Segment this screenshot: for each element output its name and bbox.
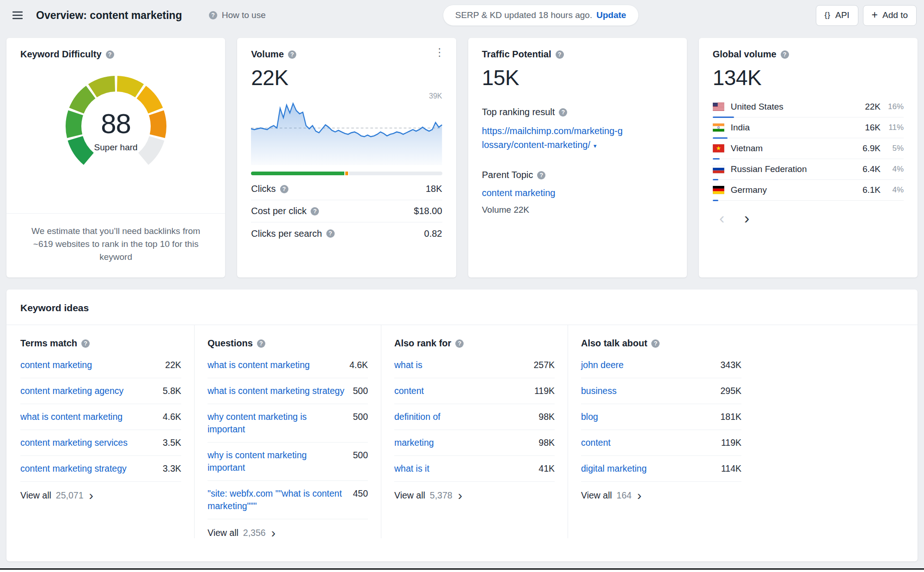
keyword-volume: 4.6K <box>349 359 368 371</box>
keyword-link[interactable]: john deere <box>581 359 624 371</box>
kd-gauge: 88 Super hard <box>56 72 176 170</box>
keyword-row: content marketing services3.5K <box>20 430 181 456</box>
keyword-volume: 343K <box>720 359 741 371</box>
help-icon[interactable]: ? <box>556 50 564 59</box>
clicks-distribution-bar <box>251 172 442 175</box>
country-percent: 4% <box>881 165 904 174</box>
help-icon[interactable]: ? <box>280 185 288 193</box>
view-all-label: View all <box>20 490 51 501</box>
parent-topic-link[interactable]: content marketing <box>482 188 556 198</box>
help-icon[interactable]: ? <box>311 207 319 215</box>
view-all-also-rank-for[interactable]: View all 5,378 › <box>394 490 555 501</box>
api-button[interactable]: {} API <box>816 5 858 26</box>
keyword-link[interactable]: "site: webfx.com ""what is content marke… <box>208 487 342 512</box>
keyword-link[interactable]: digital marketing <box>581 462 647 475</box>
keyword-link[interactable]: content <box>394 385 424 397</box>
question-icon: ? <box>209 11 217 19</box>
keyword-link[interactable]: content marketing services <box>20 437 128 449</box>
keyword-link[interactable]: why content marketing is important <box>208 411 307 436</box>
help-icon[interactable]: ? <box>288 50 296 59</box>
keyword-row: content marketing strategy3.3K <box>20 456 181 482</box>
metric-row-clicks-per-search: Clicks per search? 0.82 <box>251 222 442 245</box>
keyword-link[interactable]: what is content marketing strategy <box>208 385 344 397</box>
country-volume: 16K <box>855 123 881 133</box>
keywords-overview-page: Overview: content marketing ? How to use… <box>0 0 924 561</box>
keyword-row: what is content marketing strategy500 <box>208 378 368 404</box>
keyword-volume: 295K <box>720 385 741 397</box>
keyword-link[interactable]: content marketing agency <box>20 385 123 397</box>
view-all-count: 5,378 <box>430 490 453 501</box>
keyword-row: what is257K <box>394 352 555 378</box>
help-icon[interactable]: ? <box>326 229 335 238</box>
keyword-link[interactable]: marketing <box>394 437 434 449</box>
top-ranking-url-link[interactable]: https://mailchimp.com/marketing-g lossar… <box>482 124 673 153</box>
keyword-volume: 4.6K <box>163 411 181 423</box>
help-icon[interactable]: ? <box>455 339 464 348</box>
country-share-bar <box>713 200 718 201</box>
menu-icon[interactable] <box>10 8 25 23</box>
update-button[interactable]: Update <box>596 10 626 20</box>
help-icon[interactable]: ? <box>559 108 567 117</box>
keyword-row: what is content marketing4.6K <box>208 352 368 378</box>
keyword-volume: 181K <box>720 411 741 423</box>
column-title: Also rank for <box>394 338 451 349</box>
keyword-volume: 500 <box>353 449 368 461</box>
metric-value: 18K <box>426 184 442 194</box>
help-icon[interactable]: ? <box>781 50 789 59</box>
chevron-right-icon: › <box>637 492 641 500</box>
parent-topic-volume: Volume 22K <box>482 205 673 215</box>
keyword-volume: 500 <box>353 411 368 423</box>
flag-india-icon <box>713 123 724 132</box>
keyword-volume: 119K <box>534 385 555 397</box>
braces-icon: {} <box>825 11 831 20</box>
keyword-link[interactable]: content marketing <box>20 359 92 371</box>
chevron-right-icon: › <box>458 492 462 500</box>
metric-label: Clicks per search <box>251 228 322 239</box>
keyword-link[interactable]: what is it <box>394 462 429 475</box>
keyword-link[interactable]: content <box>581 437 611 449</box>
help-icon[interactable]: ? <box>106 50 114 59</box>
kebab-menu-icon[interactable]: ⋮ <box>434 47 445 58</box>
keyword-row: content marketing agency5.8K <box>20 378 181 404</box>
kd-gauge-labels: 88 Super hard <box>56 108 176 153</box>
keyword-row: john deere343K <box>581 352 741 378</box>
country-row-vietnam: Vietnam 6.9K 5% <box>713 138 904 159</box>
keyword-link[interactable]: why is content marketing important <box>208 449 307 474</box>
country-volume: 6.9K <box>855 143 881 154</box>
add-to-button[interactable]: + Add to <box>863 5 917 26</box>
flag-us-icon <box>713 103 724 111</box>
parent-topic-label-row: Parent Topic ? <box>482 170 673 180</box>
serp-update-pill: SERP & KD updated 18 hours ago. Update <box>443 5 639 26</box>
keyword-difficulty-card: Keyword Difficulty ? 88 Super hard We es… <box>6 38 225 277</box>
caret-down-icon: ▾ <box>594 142 597 149</box>
keyword-link[interactable]: what is <box>394 359 422 371</box>
help-icon[interactable]: ? <box>257 339 265 348</box>
keyword-link[interactable]: definition of <box>394 411 441 423</box>
next-page-icon[interactable]: › <box>740 210 754 226</box>
how-to-use-link[interactable]: ? How to use <box>209 10 266 20</box>
keyword-link[interactable]: what is content marketing <box>20 411 122 423</box>
view-all-questions[interactable]: View all 2,356 › <box>208 528 368 538</box>
keyword-link[interactable]: what is content marketing <box>208 359 310 371</box>
keyword-row: why content marketing is important500 <box>208 404 368 443</box>
help-icon[interactable]: ? <box>651 339 660 348</box>
volume-value: 22K <box>251 65 442 90</box>
keyword-row: what is content marketing4.6K <box>20 404 181 430</box>
keyword-link[interactable]: blog <box>581 411 598 423</box>
keyword-row: business295K <box>581 378 741 404</box>
view-all-also-talk-about[interactable]: View all 164 › <box>581 490 741 501</box>
keyword-volume: 114K <box>721 462 741 475</box>
view-all-terms-match[interactable]: View all 25,071 › <box>20 490 181 501</box>
metric-cards-row: Keyword Difficulty ? 88 Super hard We es… <box>0 31 924 277</box>
paid-clicks-segment <box>345 172 348 175</box>
keyword-link[interactable]: business <box>581 385 617 397</box>
keyword-row: content119K <box>581 430 741 456</box>
prev-page-icon[interactable]: ‹ <box>715 210 729 226</box>
also-talk-about-column: Also talk about? john deere343K business… <box>568 325 754 538</box>
card-title: Keyword Difficulty <box>20 49 102 60</box>
help-icon[interactable]: ? <box>537 171 545 179</box>
help-icon[interactable]: ? <box>81 339 90 348</box>
keyword-link[interactable]: content marketing strategy <box>20 462 127 475</box>
flag-russia-icon <box>713 165 724 173</box>
keyword-row: what is it41K <box>394 456 555 482</box>
